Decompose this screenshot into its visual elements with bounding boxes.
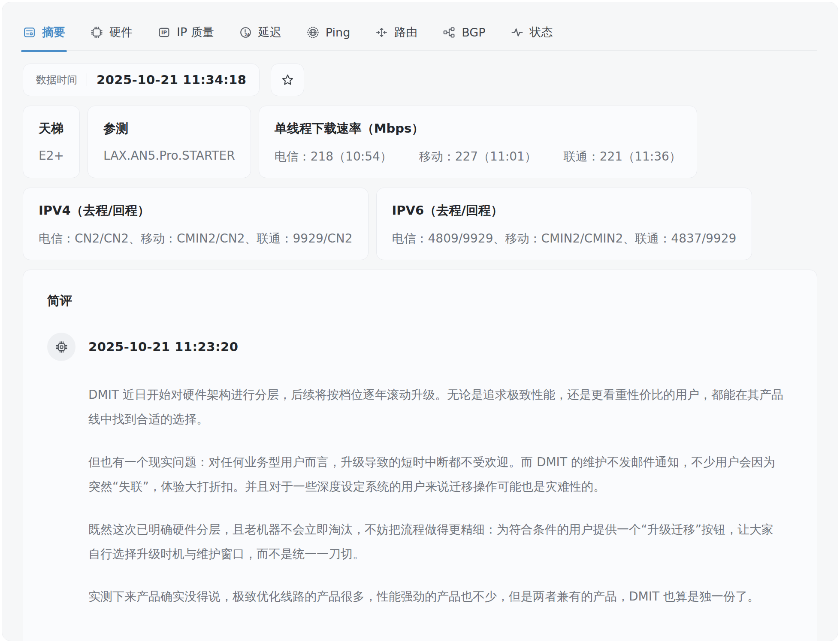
review-title: 简评 bbox=[47, 292, 793, 309]
tab-label: 状态 bbox=[530, 24, 553, 40]
review-card: 简评 2025-10-21 11:23:20 DMIT 近日开始对硬件架构进行分… bbox=[23, 270, 817, 641]
review-paragraph: 但也有一个现实问题：对任何业务型用户而言，升级导致的短时中断都不受欢迎。而 DM… bbox=[88, 450, 783, 499]
speed-telecom: 电信：218（10:54） bbox=[275, 149, 392, 164]
summary-icon bbox=[23, 26, 36, 39]
review-timestamp: 2025-10-21 11:23:20 bbox=[88, 340, 238, 354]
card-value: LAX.AN5.Pro.STARTER bbox=[103, 149, 235, 163]
summary-card-row: 天梯 E2+ 参测 LAX.AN5.Pro.STARTER 单线程下载速率（Mb… bbox=[23, 106, 817, 178]
card-value: 电信：218（10:54） 移动：227（11:01） 联通：221（11:36… bbox=[275, 149, 681, 165]
chip-icon bbox=[90, 26, 103, 39]
tab-label: 摘要 bbox=[42, 24, 65, 40]
tab-ping[interactable]: Ping bbox=[306, 26, 350, 39]
tab-summary[interactable]: 摘要 bbox=[23, 24, 65, 40]
tab-label: Ping bbox=[326, 26, 350, 39]
bgp-nodes-icon bbox=[442, 26, 456, 39]
card-label: 天梯 bbox=[39, 120, 64, 137]
card-label: IPV6（去程/回程） bbox=[392, 202, 737, 219]
speed-mobile: 移动：227（11:01） bbox=[419, 149, 537, 164]
tab-label: 延迟 bbox=[258, 24, 281, 40]
tab-label: 路由 bbox=[394, 24, 417, 40]
card-download-speed: 单线程下载速率（Mbps） 电信：218（10:54） 移动：227（11:01… bbox=[259, 106, 697, 178]
latency-clock-icon: 24 bbox=[239, 26, 252, 39]
report-panel: 摘要 硬件 IP IP 质量 24 bbox=[2, 2, 838, 641]
card-label: IPV4（去程/回程） bbox=[39, 202, 353, 219]
review-body: DMIT 近日开始对硬件架构进行分层，后续将按档位逐年滚动升级。无论是追求极致性… bbox=[88, 382, 783, 609]
tab-hardware[interactable]: 硬件 bbox=[90, 24, 133, 40]
tab-route[interactable]: 路由 bbox=[375, 24, 417, 40]
review-paragraph: 既然这次已明确硬件分层，且老机器不会立即淘汰，不妨把流程做得更精细：为符合条件的… bbox=[88, 517, 783, 567]
tab-bgp[interactable]: BGP bbox=[442, 26, 485, 39]
star-icon bbox=[281, 73, 295, 87]
card-value: 电信：4809/9929、移动：CMIN2/CMIN2、联通：4837/9929 bbox=[392, 231, 737, 247]
chip-icon bbox=[54, 340, 69, 354]
data-time-row: 数据时间 2025-10-21 11:34:18 bbox=[23, 64, 817, 96]
tab-label: IP 质量 bbox=[177, 24, 214, 40]
review-paragraph: DMIT 近日开始对硬件架构进行分层，后续将按档位逐年滚动升级。无论是追求极致性… bbox=[88, 382, 783, 432]
data-time-value: 2025-10-21 11:34:18 bbox=[97, 73, 246, 87]
status-pulse-icon bbox=[511, 26, 524, 39]
card-label: 单线程下载速率（Mbps） bbox=[275, 120, 681, 137]
card-value: 电信：CN2/CN2、移动：CMIN2/CN2、联通：9929/CN2 bbox=[39, 231, 353, 247]
route-card-row: IPV4（去程/回程） 电信：CN2/CN2、移动：CMIN2/CN2、联通：9… bbox=[23, 188, 817, 260]
data-time-label: 数据时间 bbox=[36, 73, 77, 87]
data-time-pill[interactable]: 数据时间 2025-10-21 11:34:18 bbox=[23, 64, 260, 96]
divider bbox=[87, 73, 87, 86]
card-ipv4-route: IPV4（去程/回程） 电信：CN2/CN2、移动：CMIN2/CN2、联通：9… bbox=[23, 188, 369, 260]
tab-latency[interactable]: 24 延迟 bbox=[239, 24, 281, 40]
favorite-button[interactable] bbox=[271, 64, 304, 96]
tab-label: BGP bbox=[462, 26, 485, 39]
review-paragraph: 实测下来产品确实没得说，极致优化线路的产品很多，性能强劲的产品也不少，但是两者兼… bbox=[88, 584, 783, 609]
tab-label: 硬件 bbox=[109, 24, 133, 40]
card-ipv6-route: IPV6（去程/回程） 电信：4809/9929、移动：CMIN2/CMIN2、… bbox=[376, 188, 752, 260]
card-tier: 天梯 E2+ bbox=[23, 106, 80, 178]
tab-ip-quality[interactable]: IP IP 质量 bbox=[157, 24, 214, 40]
card-label: 参测 bbox=[103, 120, 235, 137]
svg-text:IP: IP bbox=[161, 30, 167, 36]
avatar bbox=[47, 333, 76, 361]
tab-status[interactable]: 状态 bbox=[511, 24, 553, 40]
card-plan: 参测 LAX.AN5.Pro.STARTER bbox=[88, 106, 251, 178]
speed-unicom: 联通：221（11:36） bbox=[564, 149, 681, 164]
tab-bar: 摘要 硬件 IP IP 质量 24 bbox=[23, 24, 817, 51]
review-header: 2025-10-21 11:23:20 bbox=[47, 333, 793, 361]
svg-text:24: 24 bbox=[245, 33, 250, 37]
ping-globe-icon bbox=[306, 26, 320, 39]
ip-badge-icon: IP bbox=[157, 26, 171, 39]
card-value: E2+ bbox=[39, 149, 64, 163]
route-arrows-icon bbox=[375, 26, 388, 39]
